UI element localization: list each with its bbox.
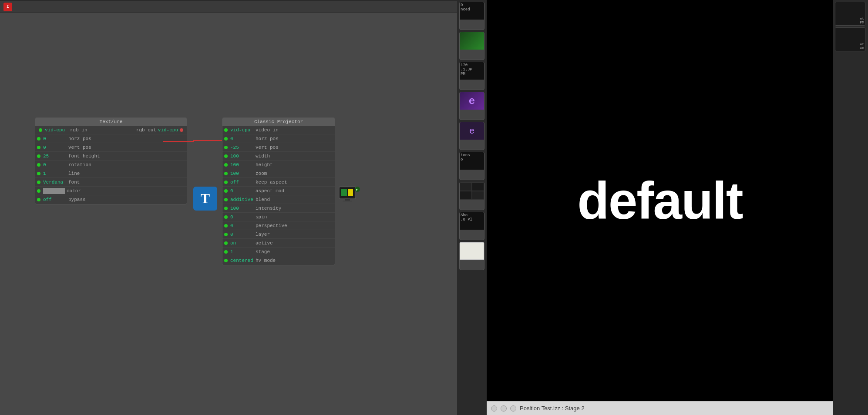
- proj-row-height[interactable]: 100 height: [222, 161, 335, 169]
- label-fontheight: font height: [68, 154, 187, 159]
- thumb-item-1[interactable]: D nced: [459, 2, 484, 30]
- dot-proj-zoom: [224, 172, 228, 175]
- val-proj-blend[interactable]: additive: [229, 197, 256, 202]
- label-proj-aspectmod: aspect mod: [256, 188, 335, 194]
- text-node-row-bypass[interactable]: off bypass: [35, 195, 187, 204]
- label-line: line: [68, 171, 187, 176]
- right-thumb-1[interactable]: otPM: [835, 2, 865, 26]
- val-proj-perspective[interactable]: 0: [229, 223, 256, 228]
- proj-row-keepaspect[interactable]: off keep aspect: [222, 178, 335, 187]
- label-proj-height: height: [256, 162, 335, 167]
- label-proj-perspective: perspective: [256, 223, 335, 228]
- val-font[interactable]: Verdana: [42, 180, 68, 185]
- val-videoin[interactable]: vid-cpu: [229, 127, 256, 133]
- proj-row-hvmode[interactable]: centered hv mode: [222, 256, 335, 265]
- proj-row-active[interactable]: on active: [222, 239, 335, 248]
- thumb-img-1: D nced: [460, 2, 484, 20]
- val-vertpos[interactable]: 0: [42, 145, 68, 150]
- thumb-item-5[interactable]: e: [459, 122, 484, 150]
- label-proj-zoom: zoom: [256, 171, 335, 176]
- proj-row-perspective[interactable]: 0 perspective: [222, 221, 335, 230]
- stage-bar: Position Test.izz : Stage 2: [487, 401, 833, 415]
- val-proj-horzpos[interactable]: 0: [229, 136, 256, 141]
- val-rgbout[interactable]: vid-cpu: [156, 127, 178, 133]
- val-horzpos[interactable]: 0: [42, 136, 68, 141]
- val-rotation[interactable]: 0: [42, 162, 68, 167]
- thumb-item-9[interactable]: [459, 242, 484, 270]
- text-node-row-rgbin[interactable]: vid-cpu rgb in rgb out vid-cpu: [35, 126, 187, 134]
- label-proj-horzpos: horz pos: [256, 136, 335, 141]
- dot-color: [37, 189, 40, 193]
- t-icon: T: [193, 187, 217, 211]
- stage-dot-3[interactable]: [510, 405, 516, 412]
- val-proj-zoom[interactable]: 100: [229, 171, 256, 176]
- thumb-item-6[interactable]: ions o: [459, 152, 484, 180]
- thumb-img-3: 170 .1.JP PM: [460, 62, 484, 80]
- label-rotation: rotation: [68, 162, 187, 167]
- val-proj-spin[interactable]: 0: [229, 214, 256, 220]
- color-swatch[interactable]: [43, 188, 65, 194]
- text-node-row-fontheight[interactable]: 25 font height: [35, 152, 187, 161]
- thumb-item-4[interactable]: e: [459, 92, 484, 120]
- thumb-item-3[interactable]: 170 .1.JP PM: [459, 62, 484, 90]
- thumb-item-2[interactable]: [459, 32, 484, 60]
- val-proj-active[interactable]: on: [229, 241, 256, 246]
- proj-row-vertpos[interactable]: -25 vert pos: [222, 143, 335, 152]
- val-proj-keepaspect[interactable]: off: [229, 180, 256, 185]
- node-canvas[interactable]: Text/ure vid-cpu rgb in rgb out vid-cpu …: [0, 13, 457, 415]
- val-proj-width[interactable]: 100: [229, 154, 256, 159]
- dot-fontheight: [37, 154, 40, 158]
- label-proj-layer: layer: [256, 232, 335, 237]
- proj-row-zoom[interactable]: 100 zoom: [222, 169, 335, 178]
- thumbnail-strip: D nced 170 .1.JP PM e e io: [457, 0, 487, 415]
- val-proj-stage[interactable]: 1: [229, 249, 256, 254]
- proj-row-width[interactable]: 100 width: [222, 152, 335, 161]
- projector-node-title: Classic Projector: [222, 118, 335, 126]
- dot-proj-horzpos: [224, 137, 228, 141]
- val-proj-intensity[interactable]: 100: [229, 206, 256, 211]
- val-proj-aspectmod[interactable]: 0: [229, 188, 256, 194]
- svg-rect-3: [341, 189, 347, 196]
- val-proj-height[interactable]: 100: [229, 162, 256, 167]
- thumb-item-8[interactable]: Sho .8 Pl: [459, 212, 484, 240]
- projector-node[interactable]: Classic Projector vid-cpu video in 0 hor…: [222, 117, 335, 265]
- val-rgbin[interactable]: vid-cpu: [44, 127, 70, 133]
- proj-row-aspectmod[interactable]: 0 aspect mod ▶: [222, 187, 335, 195]
- label-proj-intensity: intensity: [256, 206, 335, 211]
- dot-rgbout: [180, 128, 183, 132]
- val-proj-layer[interactable]: 0: [229, 232, 256, 237]
- proj-row-videoin[interactable]: vid-cpu video in: [222, 126, 335, 134]
- thumb-item-7[interactable]: [459, 182, 484, 210]
- val-fontheight[interactable]: 25: [42, 154, 68, 159]
- val-proj-hvmode[interactable]: centered: [229, 258, 256, 263]
- right-thumb-2-text: oto0: [860, 42, 864, 50]
- stage-dot-1[interactable]: [491, 405, 497, 412]
- thumb-img-6: ions o: [460, 152, 484, 170]
- proj-row-intensity[interactable]: 100 intensity: [222, 204, 335, 213]
- text-node-row-rotation[interactable]: 0 rotation T: [35, 161, 187, 169]
- text-node-row-vertpos[interactable]: 0 vert pos: [35, 143, 187, 152]
- right-panel: D nced 170 .1.JP PM e e io: [457, 0, 868, 415]
- proj-row-horzpos[interactable]: 0 horz pos: [222, 134, 335, 143]
- text-node-row-horzpos[interactable]: 0 horz pos: [35, 134, 187, 143]
- proj-row-stage[interactable]: 1 stage: [222, 248, 335, 256]
- label-proj-hvmode: hv mode: [256, 258, 335, 263]
- display-default-text: default: [577, 171, 742, 231]
- dot-proj-perspective: [224, 224, 228, 228]
- val-line[interactable]: 1: [42, 171, 68, 176]
- proj-row-blend[interactable]: additive blend: [222, 195, 335, 204]
- text-node-row-line[interactable]: 1 line: [35, 169, 187, 178]
- proj-row-layer[interactable]: 0 layer: [222, 230, 335, 239]
- dot-proj-spin: [224, 215, 228, 219]
- svg-rect-4: [345, 199, 350, 201]
- stage-dot-2[interactable]: [501, 405, 507, 412]
- dot-vertpos: [37, 146, 40, 149]
- text-node-row-font[interactable]: Verdana font: [35, 178, 187, 187]
- val-bypass[interactable]: off: [42, 197, 68, 202]
- text-node-row-color[interactable]: color: [35, 187, 187, 195]
- right-thumb-2[interactable]: oto0: [835, 27, 865, 51]
- proj-row-spin[interactable]: 0 spin: [222, 213, 335, 221]
- text-node[interactable]: Text/ure vid-cpu rgb in rgb out vid-cpu …: [35, 117, 187, 204]
- dot-proj-vertpos: [224, 146, 228, 149]
- val-proj-vertpos[interactable]: -25: [229, 145, 256, 150]
